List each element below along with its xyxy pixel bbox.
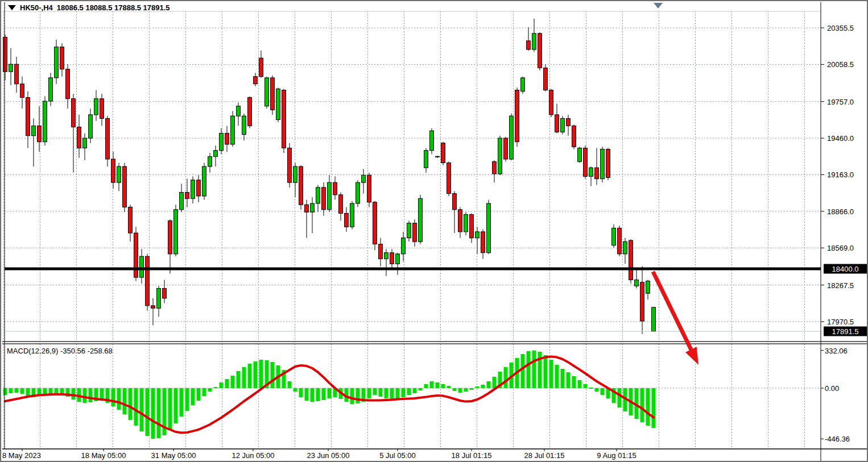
time-axis-label: 31 May 05:00 xyxy=(151,451,196,460)
candle-body xyxy=(493,161,497,174)
candle-body xyxy=(157,289,161,309)
macd-histogram-bar xyxy=(9,388,13,393)
macd-histogram-bar xyxy=(367,388,371,398)
time-axis-label: 5 Jul 05:00 xyxy=(379,451,416,460)
candle-body xyxy=(214,151,218,157)
time-axis-label: 8 May 2023 xyxy=(2,451,41,460)
candle-body xyxy=(629,240,633,280)
macd-histogram-bar xyxy=(572,376,576,388)
candle-body xyxy=(379,244,383,259)
chart-canvas[interactable] xyxy=(1,1,868,462)
macd-histogram-bar xyxy=(402,388,406,397)
price-axis-label: 19460.0 xyxy=(827,134,854,143)
macd-histogram-bar xyxy=(464,388,468,392)
macd-histogram-bar xyxy=(123,388,127,414)
macd-histogram-bar xyxy=(185,388,189,411)
macd-histogram-bar xyxy=(72,388,76,399)
candle-body xyxy=(458,210,462,232)
macd-histogram-bar xyxy=(322,388,326,400)
macd-histogram-bar xyxy=(191,388,195,405)
candle-body xyxy=(55,47,59,78)
candle-body xyxy=(151,306,155,308)
candle-body xyxy=(555,115,559,132)
price-axis-label: 18267.5 xyxy=(827,281,854,289)
macd-histogram-bar xyxy=(555,365,559,388)
macd-histogram-bar xyxy=(146,388,150,436)
candle-body xyxy=(299,167,303,205)
macd-histogram-bar xyxy=(538,352,542,388)
current-bar-marker-icon xyxy=(654,3,663,9)
candle-body xyxy=(402,238,406,254)
candle-body xyxy=(453,194,457,210)
candle-body xyxy=(254,77,258,84)
macd-histogram-bar xyxy=(453,388,457,391)
candle-body xyxy=(163,289,167,298)
macd-axis-label: -446.36 xyxy=(825,435,850,443)
macd-plot xyxy=(3,351,656,439)
macd-histogram-bar xyxy=(271,362,275,388)
candle-body xyxy=(168,220,172,254)
candle-body xyxy=(652,307,656,331)
candle-body xyxy=(106,118,110,159)
candle-body xyxy=(407,223,411,238)
macd-histogram-bar xyxy=(117,388,121,410)
macd-histogram-bar xyxy=(140,388,144,431)
candle-body xyxy=(202,167,206,196)
macd-histogram-bar xyxy=(601,388,605,395)
annotations xyxy=(653,3,698,365)
macd-histogram-bar xyxy=(424,384,428,388)
candle-body xyxy=(538,34,542,68)
level-price-badge: 18400.0 xyxy=(824,264,867,273)
candle-body xyxy=(510,116,514,159)
candle-body xyxy=(242,116,246,135)
candle-body xyxy=(180,192,184,209)
candle-body xyxy=(111,159,115,182)
candle-body xyxy=(3,37,7,72)
macd-histogram-bar xyxy=(305,388,309,401)
macd-histogram-bar xyxy=(589,388,593,389)
candle-body xyxy=(294,167,297,182)
macd-histogram-bar xyxy=(89,388,93,402)
candle-body xyxy=(276,89,280,119)
candle-body xyxy=(259,58,263,77)
candle-body xyxy=(606,149,610,178)
candle-body xyxy=(185,192,189,198)
candle-body xyxy=(123,167,127,207)
macd-histogram-bar xyxy=(373,388,377,395)
candle-body xyxy=(350,203,354,227)
macd-histogram-bar xyxy=(316,388,320,401)
candle-body xyxy=(470,215,474,238)
chart-lines xyxy=(5,269,821,331)
macd-histogram-bar xyxy=(220,382,224,388)
macd-histogram-bar xyxy=(157,388,161,438)
macd-histogram-bar xyxy=(504,367,508,388)
macd-histogram-bar xyxy=(618,388,622,407)
candle-body xyxy=(66,69,70,99)
macd-histogram-bar xyxy=(168,388,172,430)
candle-body xyxy=(191,180,195,199)
candle-body xyxy=(527,41,531,49)
macd-histogram-bar xyxy=(134,388,138,426)
macd-histogram-bar xyxy=(225,379,229,388)
candle-body xyxy=(15,64,19,84)
candle-body xyxy=(72,99,76,127)
candle-body xyxy=(447,163,451,193)
candle-body xyxy=(498,138,502,174)
candle-body xyxy=(532,34,536,49)
symbol-dropdown-icon[interactable] xyxy=(8,5,16,10)
candle-body xyxy=(248,98,252,126)
candle-body xyxy=(584,148,588,176)
macd-histogram-bar xyxy=(237,371,241,388)
macd-histogram-bar xyxy=(350,388,354,404)
candle-body xyxy=(544,68,548,90)
macd-histogram-bar xyxy=(413,388,417,393)
candle-body xyxy=(413,223,417,242)
macd-histogram-bar xyxy=(214,387,218,388)
time-axis-label: 9 Aug 01:15 xyxy=(597,451,636,460)
macd-histogram-bar xyxy=(242,367,246,388)
macd-histogram-bar xyxy=(561,369,565,388)
macd-histogram-bar xyxy=(567,372,571,388)
ohlc-values: 18086.5 18088.5 17888.5 17891.5 xyxy=(57,3,170,12)
macd-histogram-bar xyxy=(111,388,115,406)
macd-histogram-bar xyxy=(328,388,332,398)
